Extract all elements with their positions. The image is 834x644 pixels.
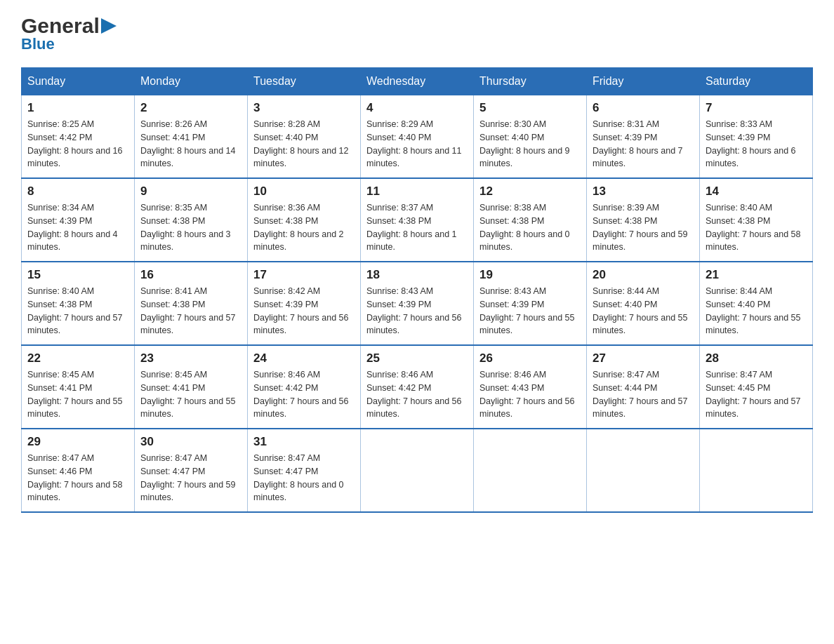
calendar-cell: 12 Sunrise: 8:38 AMSunset: 4:38 PMDaylig…	[474, 178, 587, 262]
day-number: 28	[706, 351, 807, 365]
day-info: Sunrise: 8:47 AMSunset: 4:47 PMDaylight:…	[253, 452, 355, 504]
day-number: 6	[593, 101, 694, 115]
calendar-cell: 2 Sunrise: 8:26 AMSunset: 4:41 PMDayligh…	[135, 95, 248, 179]
day-info: Sunrise: 8:26 AMSunset: 4:41 PMDaylight:…	[140, 118, 241, 170]
day-info: Sunrise: 8:37 AMSunset: 4:38 PMDaylight:…	[366, 201, 468, 254]
day-info: Sunrise: 8:40 AMSunset: 4:38 PMDaylight:…	[27, 285, 128, 337]
calendar-cell: 3 Sunrise: 8:28 AMSunset: 4:40 PMDayligh…	[248, 95, 361, 179]
calendar-cell: 28 Sunrise: 8:47 AMSunset: 4:45 PMDaylig…	[700, 345, 813, 429]
logo-blue-text: Blue	[21, 35, 55, 53]
calendar-cell: 29 Sunrise: 8:47 AMSunset: 4:46 PMDaylig…	[22, 429, 135, 512]
logo: General Blue	[21, 14, 117, 53]
day-number: 20	[593, 268, 694, 282]
day-number: 23	[140, 351, 241, 365]
weekday-header-monday: Monday	[135, 68, 248, 95]
calendar-cell: 22 Sunrise: 8:45 AMSunset: 4:41 PMDaylig…	[22, 345, 135, 429]
day-info: Sunrise: 8:42 AMSunset: 4:39 PMDaylight:…	[253, 285, 355, 337]
day-info: Sunrise: 8:39 AMSunset: 4:38 PMDaylight:…	[593, 201, 694, 254]
day-info: Sunrise: 8:25 AMSunset: 4:42 PMDaylight:…	[27, 118, 128, 170]
day-number: 12	[479, 185, 581, 199]
day-number: 5	[479, 101, 581, 115]
calendar-cell: 21 Sunrise: 8:44 AMSunset: 4:40 PMDaylig…	[700, 262, 813, 345]
calendar-cell: 31 Sunrise: 8:47 AMSunset: 4:47 PMDaylig…	[248, 429, 361, 512]
day-info: Sunrise: 8:45 AMSunset: 4:41 PMDaylight:…	[140, 368, 241, 421]
calendar-cell: 10 Sunrise: 8:36 AMSunset: 4:38 PMDaylig…	[248, 178, 361, 262]
day-info: Sunrise: 8:46 AMSunset: 4:43 PMDaylight:…	[479, 368, 581, 421]
calendar-week-row: 29 Sunrise: 8:47 AMSunset: 4:46 PMDaylig…	[22, 429, 813, 512]
day-number: 15	[27, 268, 128, 282]
weekday-header-friday: Friday	[587, 68, 700, 95]
calendar-cell: 7 Sunrise: 8:33 AMSunset: 4:39 PMDayligh…	[700, 95, 813, 179]
calendar-cell	[700, 429, 813, 512]
calendar-cell	[361, 429, 474, 512]
calendar-cell: 4 Sunrise: 8:29 AMSunset: 4:40 PMDayligh…	[361, 95, 474, 179]
calendar-header-row: SundayMondayTuesdayWednesdayThursdayFrid…	[22, 68, 813, 95]
day-number: 11	[366, 185, 468, 199]
day-number: 24	[253, 351, 355, 365]
day-info: Sunrise: 8:41 AMSunset: 4:38 PMDaylight:…	[140, 285, 241, 337]
day-number: 3	[253, 101, 355, 115]
calendar-body: 1 Sunrise: 8:25 AMSunset: 4:42 PMDayligh…	[22, 95, 813, 513]
calendar-cell: 27 Sunrise: 8:47 AMSunset: 4:44 PMDaylig…	[587, 345, 700, 429]
day-number: 7	[706, 101, 807, 115]
day-info: Sunrise: 8:35 AMSunset: 4:38 PMDaylight:…	[140, 201, 241, 254]
day-info: Sunrise: 8:43 AMSunset: 4:39 PMDaylight:…	[479, 285, 581, 337]
calendar-cell: 19 Sunrise: 8:43 AMSunset: 4:39 PMDaylig…	[474, 262, 587, 345]
day-info: Sunrise: 8:46 AMSunset: 4:42 PMDaylight:…	[253, 368, 355, 421]
calendar-cell	[587, 429, 700, 512]
calendar-cell: 15 Sunrise: 8:40 AMSunset: 4:38 PMDaylig…	[22, 262, 135, 345]
day-number: 29	[27, 435, 128, 449]
weekday-header-thursday: Thursday	[474, 68, 587, 95]
day-number: 21	[706, 268, 807, 282]
day-info: Sunrise: 8:44 AMSunset: 4:40 PMDaylight:…	[706, 285, 807, 337]
calendar-cell: 24 Sunrise: 8:46 AMSunset: 4:42 PMDaylig…	[248, 345, 361, 429]
calendar-week-row: 1 Sunrise: 8:25 AMSunset: 4:42 PMDayligh…	[22, 95, 813, 179]
weekday-header-tuesday: Tuesday	[248, 68, 361, 95]
day-info: Sunrise: 8:47 AMSunset: 4:44 PMDaylight:…	[593, 368, 694, 421]
weekday-header-sunday: Sunday	[22, 68, 135, 95]
day-info: Sunrise: 8:33 AMSunset: 4:39 PMDaylight:…	[706, 118, 807, 170]
day-info: Sunrise: 8:47 AMSunset: 4:47 PMDaylight:…	[140, 452, 241, 504]
day-info: Sunrise: 8:44 AMSunset: 4:40 PMDaylight:…	[593, 285, 694, 337]
day-number: 17	[253, 268, 355, 282]
calendar-cell: 14 Sunrise: 8:40 AMSunset: 4:38 PMDaylig…	[700, 178, 813, 262]
day-number: 31	[253, 435, 355, 449]
day-info: Sunrise: 8:47 AMSunset: 4:46 PMDaylight:…	[27, 452, 128, 504]
day-info: Sunrise: 8:29 AMSunset: 4:40 PMDaylight:…	[366, 118, 468, 170]
day-number: 18	[366, 268, 468, 282]
day-number: 10	[253, 185, 355, 199]
day-info: Sunrise: 8:43 AMSunset: 4:39 PMDaylight:…	[366, 285, 468, 337]
day-info: Sunrise: 8:36 AMSunset: 4:38 PMDaylight:…	[253, 201, 355, 254]
svg-marker-0	[101, 18, 117, 34]
calendar-cell: 23 Sunrise: 8:45 AMSunset: 4:41 PMDaylig…	[135, 345, 248, 429]
day-number: 27	[593, 351, 694, 365]
day-number: 9	[140, 185, 241, 199]
calendar-cell: 25 Sunrise: 8:46 AMSunset: 4:42 PMDaylig…	[361, 345, 474, 429]
day-number: 19	[479, 268, 581, 282]
day-number: 4	[366, 101, 468, 115]
calendar-table: SundayMondayTuesdayWednesdayThursdayFrid…	[21, 67, 813, 513]
calendar-cell: 18 Sunrise: 8:43 AMSunset: 4:39 PMDaylig…	[361, 262, 474, 345]
weekday-header-saturday: Saturday	[700, 68, 813, 95]
day-number: 2	[140, 101, 241, 115]
day-number: 30	[140, 435, 241, 449]
calendar-cell: 5 Sunrise: 8:30 AMSunset: 4:40 PMDayligh…	[474, 95, 587, 179]
calendar-cell: 8 Sunrise: 8:34 AMSunset: 4:39 PMDayligh…	[22, 178, 135, 262]
calendar-cell: 9 Sunrise: 8:35 AMSunset: 4:38 PMDayligh…	[135, 178, 248, 262]
calendar-cell: 26 Sunrise: 8:46 AMSunset: 4:43 PMDaylig…	[474, 345, 587, 429]
page-header: General Blue	[21, 14, 813, 53]
day-number: 8	[27, 185, 128, 199]
day-number: 1	[27, 101, 128, 115]
logo-general-text: General	[21, 14, 100, 38]
calendar-week-row: 8 Sunrise: 8:34 AMSunset: 4:39 PMDayligh…	[22, 178, 813, 262]
day-info: Sunrise: 8:30 AMSunset: 4:40 PMDaylight:…	[479, 118, 581, 170]
calendar-cell	[474, 429, 587, 512]
day-info: Sunrise: 8:38 AMSunset: 4:38 PMDaylight:…	[479, 201, 581, 254]
day-info: Sunrise: 8:31 AMSunset: 4:39 PMDaylight:…	[593, 118, 694, 170]
day-info: Sunrise: 8:40 AMSunset: 4:38 PMDaylight:…	[706, 201, 807, 254]
calendar-cell: 16 Sunrise: 8:41 AMSunset: 4:38 PMDaylig…	[135, 262, 248, 345]
day-number: 25	[366, 351, 468, 365]
calendar-week-row: 15 Sunrise: 8:40 AMSunset: 4:38 PMDaylig…	[22, 262, 813, 345]
day-info: Sunrise: 8:28 AMSunset: 4:40 PMDaylight:…	[253, 118, 355, 170]
day-info: Sunrise: 8:45 AMSunset: 4:41 PMDaylight:…	[27, 368, 128, 421]
